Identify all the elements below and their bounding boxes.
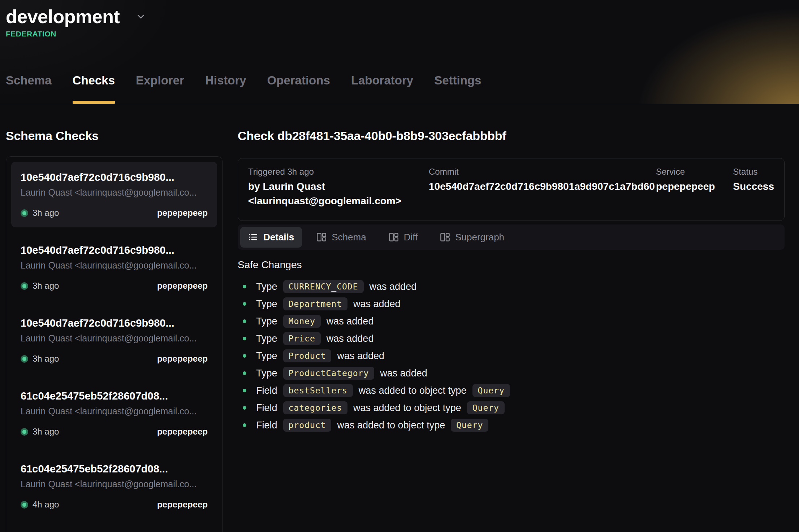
main-nav: Schema Checks Explorer History Operation… [6,74,481,104]
check-id: 61c04e25475eb52f28607d08... [21,462,208,475]
change-text: was added [353,298,401,310]
chevron-down-icon[interactable] [135,11,146,22]
change-kind: Field [256,385,277,396]
check-author: Laurin Quast <laurinquast@googlemail.co.… [21,187,208,198]
change-code-chip: CURRENCY_CODE [283,280,364,293]
check-author: Laurin Quast <laurinquast@googlemail.co.… [21,260,208,271]
check-info-box: Triggered 3h ago by Laurin Quast <laurin… [238,158,785,221]
info-service: Service pepepepeep [656,166,715,208]
project-switcher[interactable]: development [0,0,799,27]
check-service: pepepepeep [157,500,208,510]
check-service: pepepepeep [157,208,208,218]
project-title: development [6,6,120,27]
check-service: pepepepeep [157,354,208,364]
change-text: was added [327,333,374,344]
check-list-item[interactable]: 10e540d7aef72c0d716c9b980... Laurin Quas… [11,235,217,300]
check-list-item[interactable]: 61c04e25475eb52f28607d08... Laurin Quast… [11,380,217,446]
change-kind: Type [256,281,277,292]
tab-history[interactable]: History [205,74,246,104]
tab-schema[interactable]: Schema [6,74,52,104]
check-service: pepepepeep [157,281,208,291]
change-item: Type Price was added [238,330,785,347]
detail-tab-label: Details [263,232,294,243]
info-commit: Commit 10e540d7aef72c0d716c9b9801a9d907c… [429,166,638,208]
check-id: 61c04e25475eb52f28607d08... [21,389,208,402]
change-text: was added [380,368,427,379]
change-code2-chip: Query [467,401,505,414]
tab-operations[interactable]: Operations [267,74,330,104]
check-id: 10e540d7aef72c0d716c9b980... [21,171,208,184]
check-list-item[interactable]: 10e540d7aef72c0d716c9b980... Laurin Quas… [11,308,217,373]
tab-checks[interactable]: Checks [73,74,115,104]
status-dot-icon [21,209,28,217]
status-dot-icon [21,501,28,509]
detail-tab-schema[interactable]: Schema [308,227,374,248]
bullet-icon [243,389,246,392]
columns-icon [389,232,399,242]
change-text: was added to object type [337,420,445,431]
check-list-item[interactable]: 10e540d7aef72c0d716c9b980... Laurin Quas… [11,162,217,227]
service-label: Service [656,166,715,177]
check-meta: 3h ago pepepepeep [21,280,208,291]
change-kind: Field [256,402,277,414]
check-meta: 3h ago pepepepeep [21,208,208,218]
change-text: was added [370,281,417,292]
bullet-icon [243,302,246,306]
change-kind: Type [256,298,277,310]
service-value: pepepepeep [656,179,715,194]
detail-tab-label: Diff [404,232,418,243]
check-time: 3h ago [33,281,59,291]
check-author: Laurin Quast <laurinquast@googlemail.co.… [21,406,208,417]
info-triggered: Triggered 3h ago by Laurin Quast <laurin… [248,166,411,208]
change-kind: Type [256,316,277,327]
federation-badge: FEDERATION [0,27,799,38]
columns-icon [440,232,450,242]
change-item: Field categories was added to object typ… [238,399,785,417]
check-meta: 4h ago pepepepeep [21,499,208,510]
change-code-chip: product [283,419,332,432]
tab-settings[interactable]: Settings [434,74,481,104]
tab-laboratory[interactable]: Laboratory [351,74,413,104]
change-item: Type Product was added [238,347,785,365]
columns-icon [316,232,327,242]
check-time: 3h ago [33,427,59,437]
change-text: was added to object type [353,402,461,414]
check-list-item[interactable]: 61c04e25475eb52f28607d08... Laurin Quast… [11,453,217,519]
bullet-icon [243,285,246,288]
check-time: 3h ago [33,208,59,218]
status-label: Status [733,166,774,177]
check-time: 3h ago [33,354,59,364]
detail-tab-diff[interactable]: Diff [381,227,426,248]
check-id: 10e540d7aef72c0d716c9b980... [21,317,208,330]
change-item: Field product was added to object type Q… [238,417,785,434]
list-icon [248,232,258,242]
change-code-chip: ProductCategory [283,367,375,380]
change-text: was added [327,316,374,327]
status-value: Success [733,179,774,194]
change-item: Type Money was added [238,313,785,330]
check-detail-title: Check db28f481-35aa-40b0-b8b9-303ecfabbb… [238,129,785,143]
triggered-label: Triggered 3h ago [248,166,411,177]
change-code-chip: Money [283,315,321,328]
bullet-icon [243,371,246,375]
change-code-chip: Department [283,297,347,310]
detail-tab-bar: Details Schema [238,224,785,250]
commit-value: 10e540d7aef72c0d716c9b9801a9d907c1a7bd60 [429,179,638,194]
bullet-icon [243,423,246,427]
detail-tab-label: Supergraph [455,232,504,243]
check-id: 10e540d7aef72c0d716c9b980... [21,244,208,257]
tab-explorer[interactable]: Explorer [136,74,184,104]
status-dot-icon [21,428,28,436]
content: Schema Checks 10e540d7aef72c0d716c9b980.… [0,104,799,532]
checks-list-title: Schema Checks [6,129,223,143]
change-kind: Type [256,333,277,344]
change-text: was added [337,350,384,362]
check-detail-panel: Check db28f481-35aa-40b0-b8b9-303ecfabbb… [238,129,785,532]
detail-tab-supergraph[interactable]: Supergraph [432,227,512,248]
checks-sidebar: Schema Checks 10e540d7aef72c0d716c9b980.… [6,129,223,532]
detail-tab-details[interactable]: Details [240,227,302,248]
project-header: development FEDERATION Schema Checks Exp… [0,0,799,104]
safe-changes-list: Type CURRENCY_CODE was added Type Depart… [238,278,785,434]
commit-label: Commit [429,166,638,177]
change-item: Type CURRENCY_CODE was added [238,278,785,295]
